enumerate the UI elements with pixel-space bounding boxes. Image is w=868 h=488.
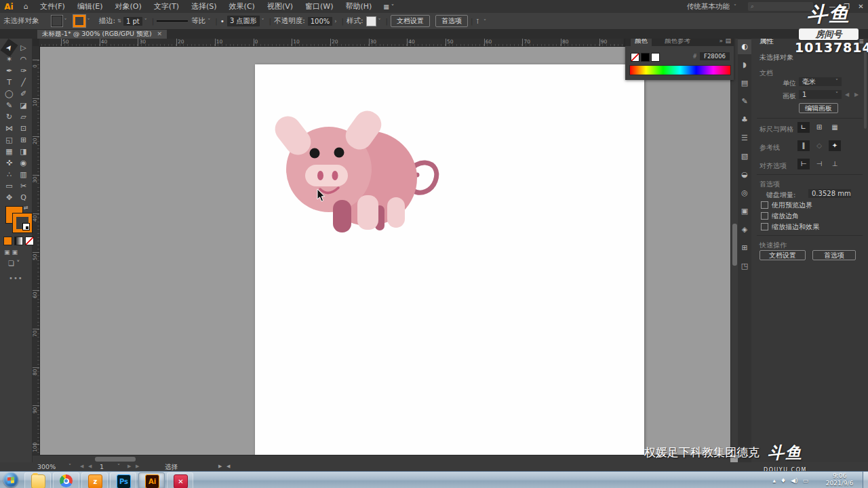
zoom-dropdown-icon[interactable]: ˅ (66, 462, 73, 471)
preferences-button[interactable]: 首选项 (435, 15, 468, 27)
touch-workspace-icon[interactable]: ⊺ ˅ (476, 18, 488, 25)
menu-3[interactable]: 文字(T) (148, 0, 185, 13)
grid-icon[interactable]: ⊞ (813, 122, 825, 133)
gradient-button[interactable] (14, 237, 23, 245)
layers-icon[interactable]: ◈ (738, 222, 751, 237)
lasso-tool[interactable]: ◠ (16, 54, 31, 65)
snap-point-icon[interactable]: ⊣ (813, 159, 825, 169)
perspective-grid-tool[interactable]: ⊞ (16, 134, 31, 146)
color-guide-icon[interactable]: ◗ (738, 58, 751, 73)
default-fill-stroke-icon[interactable] (22, 223, 30, 230)
pencil-tool[interactable]: ✎ (2, 100, 16, 111)
first-artboard-icon[interactable]: ◀ (80, 462, 83, 471)
snap-grid-icon[interactable]: ⊢ (797, 159, 810, 169)
fill-color-swatch[interactable] (52, 16, 62, 26)
shape-builder-tool[interactable]: ◱ (2, 134, 16, 146)
brush-definition-field[interactable]: 3 点圆形 (227, 16, 260, 26)
drawing-modes[interactable]: ▣▣ (4, 249, 20, 256)
status-collapse-icon[interactable]: ◀ (226, 462, 230, 471)
zoom-level[interactable]: 300% (37, 462, 56, 471)
swatches-icon[interactable]: ▤ (738, 76, 751, 91)
menu-1[interactable]: 编辑(E) (71, 0, 109, 13)
gradient-panel-icon[interactable]: ▧ (738, 149, 751, 164)
checkbox-0[interactable] (761, 201, 768, 209)
tab-close-icon[interactable]: ✕ (157, 30, 163, 37)
symbols-icon[interactable]: ♣ (738, 113, 751, 127)
hex-field[interactable]: F28006 (700, 52, 730, 60)
line-segment-tool[interactable]: ╱ (16, 77, 31, 88)
lock-guides-icon[interactable]: ◇ (813, 140, 825, 151)
menu-6[interactable]: 视图(V) (261, 0, 299, 13)
hand-tool[interactable]: ✥ (2, 192, 16, 203)
home-icon[interactable]: ⌂ (18, 2, 34, 11)
start-button[interactable] (3, 472, 18, 487)
pen-tool[interactable]: ✒ (2, 65, 16, 77)
stroke-icon[interactable]: ☰ (738, 131, 751, 146)
edit-artboards-button[interactable]: 编辑画板 (799, 103, 838, 113)
black-swatch[interactable] (641, 53, 650, 62)
color-button[interactable] (3, 237, 12, 245)
artboard-nav-field[interactable]: 1 (100, 462, 104, 471)
pixel-grid-icon[interactable]: ▦ (829, 122, 841, 133)
document-tab[interactable]: 未标题-1* @ 300% (RGB/GPU 预览)✕ (37, 29, 167, 39)
show-desktop-button[interactable] (863, 472, 868, 488)
prev-artboard-icon[interactable]: ◀ (88, 462, 92, 471)
stroke-weight-field[interactable]: 1 pt (123, 17, 142, 26)
volume-icon[interactable]: ◀) (791, 477, 797, 484)
appearance-icon[interactable]: ◎ (738, 186, 751, 201)
taskbar-chrome[interactable] (53, 472, 79, 488)
vertical-scrollbar-thumb[interactable] (732, 224, 737, 266)
menu-4[interactable]: 选择(S) (185, 0, 223, 13)
artboards-icon[interactable]: ⊞ (738, 241, 751, 256)
last-artboard-icon[interactable]: ▶ (136, 462, 139, 471)
properties-scrollbar[interactable] (864, 47, 867, 129)
stroke-color-swatch[interactable] (73, 15, 85, 27)
keyboard-increment-field[interactable]: 0.3528 mm (808, 189, 851, 198)
horizontal-scrollbar-thumb[interactable] (95, 457, 136, 462)
column-graph-tool[interactable]: ▥ (16, 169, 31, 180)
workspace-switcher[interactable]: 传统基本功能 ˅ (687, 2, 738, 12)
transparency-icon[interactable]: ◒ (738, 167, 751, 182)
menu-8[interactable]: 帮助(H) (339, 0, 378, 13)
none-button[interactable] (25, 237, 34, 245)
toolbar-ellipsis[interactable]: ••• (9, 274, 23, 282)
stroke-stepper[interactable]: ⇅ (117, 18, 121, 24)
shape-tool[interactable]: ◯ (2, 88, 16, 100)
direct-selection-tool[interactable]: ▷ (16, 42, 31, 54)
fill-stroke-indicator[interactable]: ⇄ (5, 206, 30, 230)
artboard-nav-dropdown-icon[interactable]: ˅ (115, 462, 122, 471)
eraser-tool[interactable]: ◪ (16, 100, 31, 111)
menu-5[interactable]: 效果(C) (223, 0, 261, 13)
artboard-prev-icon[interactable]: ◀ (845, 92, 849, 98)
menu-2[interactable]: 对象(O) (108, 0, 147, 13)
style-swatch[interactable] (366, 16, 376, 26)
artboard-next-icon[interactable]: ▶ (854, 92, 859, 98)
status-expand-icon[interactable]: ▶ (218, 462, 222, 471)
none-swatch[interactable] (631, 53, 639, 62)
taskbar-clock[interactable]: 9:06 2021/9/6 (818, 472, 861, 487)
profile-label[interactable]: 等比 (191, 16, 205, 26)
graphic-styles-icon[interactable]: ▣ (738, 204, 751, 219)
screen-mode-button[interactable]: ❏ ˅ (8, 260, 20, 267)
next-artboard-icon[interactable]: ▶ (127, 462, 131, 471)
symbol-sprayer-tool[interactable]: ∴ (2, 169, 16, 180)
checkbox-2[interactable] (761, 223, 768, 230)
taskbar-explorer[interactable] (24, 472, 51, 488)
snap-pixel-icon[interactable]: ⊥ (829, 159, 841, 169)
tray-app-icon[interactable]: ♦ (781, 477, 786, 484)
white-swatch[interactable] (651, 53, 660, 62)
document-setup-button[interactable]: 文档设置 (391, 15, 430, 27)
canvas-area[interactable] (33, 39, 730, 455)
artboard-tool[interactable]: ▭ (2, 180, 16, 192)
guides-icon[interactable]: ∥ (797, 140, 810, 151)
network-icon[interactable]: ▭ (802, 477, 808, 484)
rotate-tool[interactable]: ↻ (2, 111, 16, 123)
quick-preferences-button[interactable]: 首选项 (812, 250, 856, 260)
swap-fill-stroke-icon[interactable]: ⇄ (24, 205, 28, 211)
taskbar-x-app[interactable]: ✕ (167, 472, 193, 488)
unit-dropdown[interactable]: 毫米˅ (799, 77, 842, 86)
menu-7[interactable]: 窗口(W) (299, 0, 339, 13)
width-tool[interactable]: ⋈ (2, 123, 16, 134)
opacity-field[interactable]: 100% (308, 17, 333, 26)
scale-tool[interactable]: ▱ (16, 111, 31, 123)
